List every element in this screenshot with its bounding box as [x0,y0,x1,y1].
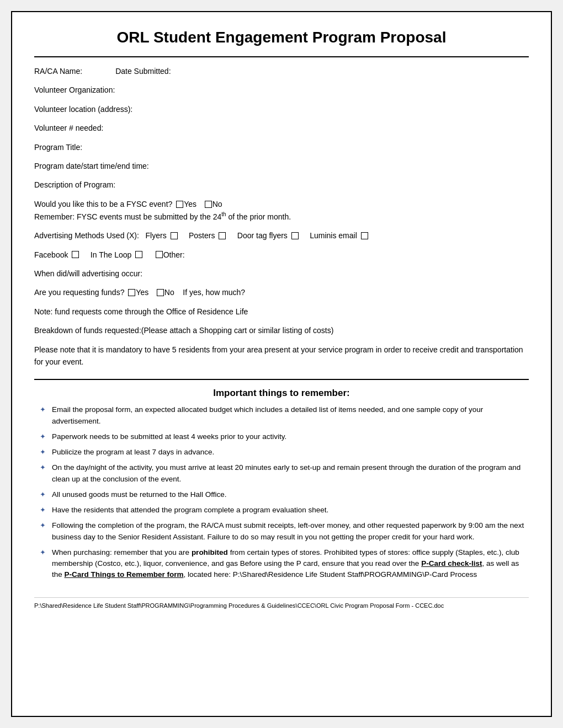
page-title: ORL Student Engagement Program Proposal [34,29,529,46]
fysc-note: Remember: FYSC events must be submitted … [34,212,291,221]
flyers-label: Flyers [146,231,167,240]
bullet-item: Paperwork needs to be submitted at least… [40,431,529,442]
important-section: Important things to remember: Email the … [34,379,529,580]
mandatory-note: Please note that it is mandatory to have… [34,345,523,366]
fysc-label: Would you like this to be a FYSC event? [34,200,172,208]
posters-checkbox[interactable] [219,232,226,239]
mandatory-note-row: Please note that it is mandatory to have… [34,344,529,368]
bullet-item: When purchasing: remember that you are p… [40,547,529,581]
p-card-things-bold: P-Card Things to Remember form [65,570,184,579]
in-the-loop-checkbox[interactable] [135,251,142,258]
important-bullets: Email the proposal form, an expected all… [34,404,529,580]
funds-yes-label: Yes [136,288,148,297]
other-checkbox[interactable] [156,251,163,258]
program-title-row: Program Title: [34,141,529,153]
fund-note-row: Note: fund requests come through the Off… [34,306,529,318]
advertising-row: Advertising Methods Used (X): Flyers Pos… [34,229,529,242]
posters-label: Posters [189,231,215,240]
volunteer-number-row: Volunteer # needed: [34,122,529,134]
important-title: Important things to remember: [34,388,529,399]
advertising-when-row: When did/will advertising occur: [34,267,529,280]
bullet-item: Publicize the program at least 7 days in… [40,447,529,458]
ra-ca-name-label: RA/CA Name: [34,65,82,77]
date-submitted-label: Date Submitted: [115,65,171,77]
program-title-label: Program Title: [34,143,82,152]
breakdown-label: Breakdown of funds requested:(Please att… [34,326,333,335]
volunteer-org-row: Volunteer Organization: [34,84,529,96]
fysc-row: Would you like this to be a FYSC event? … [34,198,529,223]
facebook-row: Facebook In The Loop Other: [34,249,529,261]
volunteer-location-label: Volunteer location (address): [34,105,132,114]
bullet-item: Have the residents that attended the pro… [40,505,529,516]
bullet-item: On the day/night of the activity, you mu… [40,462,529,485]
funds-how-much-label: If yes, how much? [183,288,245,297]
facebook-checkbox[interactable] [72,251,79,258]
footer-text: P:\Shared\Residence Life Student Staff\P… [34,597,529,609]
fysc-no-checkbox[interactable] [205,201,212,208]
program-date-label: Program date/start time/end time: [34,162,149,170]
door-tag-label: Door tag flyers [237,231,288,240]
fysc-yes-label: Yes [184,200,196,208]
fysc-no-label: No [213,200,222,208]
flyers-checkbox[interactable] [171,232,178,239]
program-date-row: Program date/start time/end time: [34,160,529,172]
form-section: RA/CA Name: Date Submitted: Volunteer Or… [34,56,529,368]
volunteer-org-label: Volunteer Organization: [34,85,115,94]
p-card-checklist-bold: P-Card check-list [421,559,482,568]
funds-no-label: No [164,288,174,297]
luminis-checkbox[interactable] [361,232,368,239]
door-tag-checkbox[interactable] [291,232,299,239]
funds-no-checkbox[interactable] [157,289,164,296]
bullet-item: Following the completion of the program,… [40,520,529,543]
facebook-label: Facebook [34,250,68,259]
bullet-item: Email the proposal form, an expected all… [40,404,529,427]
funds-yes-checkbox[interactable] [128,289,135,296]
breakdown-row: Breakdown of funds requested:(Please att… [34,324,529,336]
volunteer-number-label: Volunteer # needed: [34,124,103,132]
description-row: Description of Program: [34,179,529,191]
description-label: Description of Program: [34,180,115,189]
luminis-label: Luminis email [310,231,357,240]
advertising-label: Advertising Methods Used (X): [34,231,139,240]
advertising-when-label: When did/will advertising occur: [34,269,142,278]
prohibited-bold: prohibited [192,548,228,556]
other-label: Other: [163,250,185,259]
funds-row: Are you requesting funds? Yes No If yes,… [34,286,529,298]
fysc-yes-checkbox[interactable] [176,201,183,208]
page-container: ORL Student Engagement Program Proposal … [11,11,552,717]
fund-note: Note: fund requests come through the Off… [34,307,248,316]
volunteer-location-row: Volunteer location (address): [34,103,529,115]
bullet-item: All unused goods must be returned to the… [40,489,529,500]
in-the-loop-label: In The Loop [91,250,131,259]
ra-date-row: RA/CA Name: Date Submitted: [34,65,529,77]
funds-label: Are you requesting funds? [34,288,124,297]
